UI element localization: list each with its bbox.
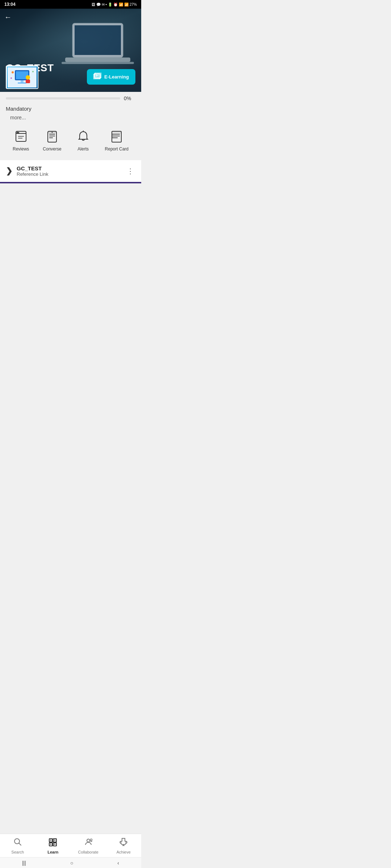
status-time: 13:04 — [4, 2, 16, 7]
elearning-label: E-Learning — [104, 74, 129, 80]
progress-bar-container — [6, 97, 120, 99]
battery-percent: 27% — [130, 3, 137, 7]
alerts-icon-box — [75, 128, 91, 144]
hero-section: ← GC_TEST — [0, 9, 141, 92]
signal-icon: 📶 — [124, 3, 129, 7]
svg-point-31 — [51, 132, 52, 133]
report-card-action[interactable]: Report Card — [105, 128, 129, 152]
wifi-icon: 📶 — [119, 3, 123, 7]
svg-point-10 — [26, 75, 30, 80]
reviews-action[interactable]: Reviews — [13, 128, 29, 152]
ref-title: GC_TEST — [17, 165, 121, 171]
ref-subtitle: Reference Link — [17, 171, 121, 177]
content-body — [0, 183, 141, 306]
alerts-icon — [77, 130, 90, 143]
svg-rect-4 — [75, 25, 121, 55]
status-bar: 13:04 🖼 💬 ✉ • 🔋 ⏰ 📶 📶 27% — [0, 0, 141, 9]
alerts-label: Alerts — [77, 146, 89, 152]
svg-point-13 — [10, 77, 12, 79]
converse-action[interactable]: Converse — [43, 128, 61, 152]
converse-label: Converse — [43, 146, 61, 152]
laptop-illustration — [62, 20, 134, 70]
reviews-label: Reviews — [13, 146, 29, 152]
svg-rect-8 — [21, 80, 24, 82]
reviews-icon — [14, 130, 28, 143]
svg-rect-9 — [18, 82, 26, 84]
svg-rect-40 — [112, 131, 121, 133]
reference-card[interactable]: ❯ GC_TEST Reference Link ⋮ — [0, 160, 141, 182]
ref-text-group: GC_TEST Reference Link — [17, 165, 121, 177]
notification-icons: 🖼 💬 ✉ • — [92, 3, 107, 7]
elearning-stack-icon — [93, 73, 101, 79]
battery-icon: 🔋 — [108, 3, 112, 7]
svg-rect-3 — [62, 62, 134, 64]
thumbnail-image — [7, 67, 38, 88]
mandatory-label: Mandatory — [0, 103, 141, 113]
progress-percent: 0% — [124, 95, 135, 101]
ref-chevron-icon: ❯ — [6, 166, 12, 176]
hero-thumbnail — [6, 65, 38, 89]
back-button[interactable]: ← — [4, 13, 12, 21]
svg-rect-11 — [26, 80, 30, 83]
svg-point-14 — [32, 71, 34, 72]
svg-rect-2 — [65, 58, 130, 62]
ref-more-icon[interactable]: ⋮ — [125, 165, 135, 177]
status-icons: 🖼 💬 ✉ • 🔋 ⏰ 📶 📶 27% — [92, 3, 137, 7]
progress-section: 0% — [0, 92, 141, 103]
reviews-icon-box — [13, 128, 29, 144]
converse-icon-box — [44, 128, 60, 144]
svg-point-12 — [12, 71, 14, 73]
thumbnail-svg — [8, 67, 37, 88]
more-link[interactable]: more... — [0, 113, 141, 124]
actions-row: Reviews Converse Alerts — [0, 124, 141, 157]
clock-icon: ⏰ — [113, 3, 118, 7]
report-card-label: Report Card — [105, 146, 129, 152]
elearning-icon — [93, 73, 101, 81]
elearning-badge[interactable]: E-Learning — [87, 69, 135, 85]
report-card-icon — [110, 130, 123, 143]
report-card-icon-box — [109, 128, 125, 144]
alerts-action[interactable]: Alerts — [75, 128, 91, 152]
converse-icon — [46, 130, 59, 143]
